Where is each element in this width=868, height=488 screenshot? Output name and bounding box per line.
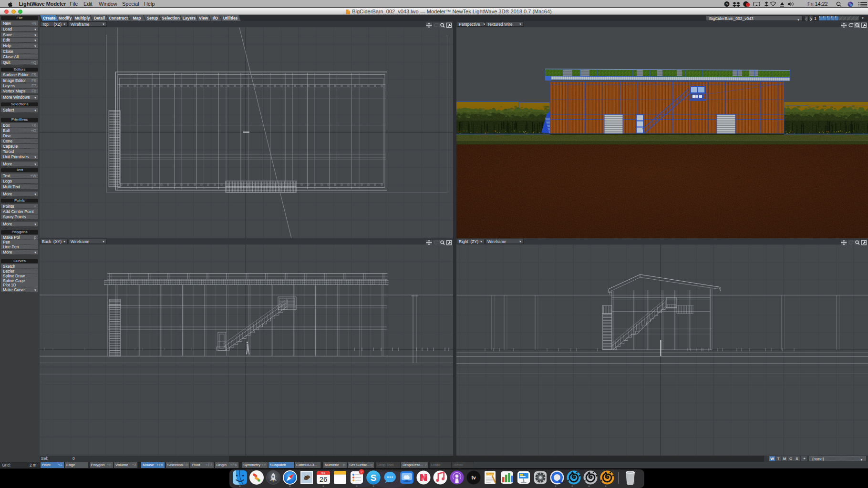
svg-text:JUL: JUL bbox=[321, 472, 326, 475]
svg-text:S: S bbox=[371, 473, 377, 483]
svg-text:26: 26 bbox=[320, 475, 328, 483]
svg-text:tv: tv bbox=[472, 475, 476, 480]
svg-text:2: 2 bbox=[361, 470, 362, 474]
